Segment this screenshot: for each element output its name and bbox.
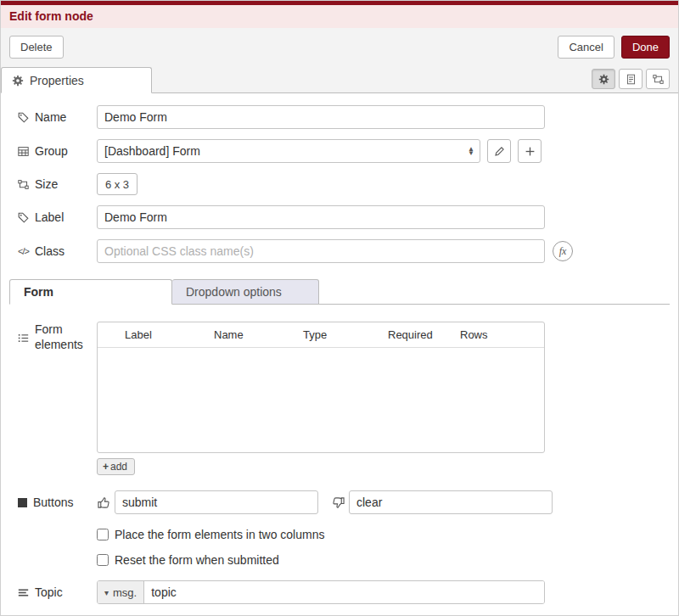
edit-group-button[interactable] — [487, 139, 511, 163]
pencil-icon — [494, 146, 505, 157]
size-label: Size — [18, 177, 97, 191]
buttons-label: Buttons — [18, 496, 97, 509]
topic-row: Topic ▾ msg. — [18, 580, 661, 604]
topic-typed-input: ▾ msg. — [97, 580, 545, 604]
properties-pane-button[interactable] — [592, 69, 615, 89]
doc-icon — [626, 74, 637, 85]
two-columns-checkbox[interactable] — [97, 529, 109, 540]
gear-icon — [598, 74, 609, 85]
select-arrows-icon: ▲▼ — [468, 147, 474, 155]
object-group-icon — [18, 179, 29, 190]
dialog-toolbar: Delete Cancel Done — [1, 28, 678, 66]
tab-right-buttons — [592, 69, 670, 92]
class-label: </> Class — [18, 244, 97, 258]
form-elements-header: Label Name Type Required Rows — [98, 322, 544, 348]
form-elements-list: Label Name Type Required Rows — [97, 322, 545, 453]
topic-type-label: msg. — [113, 586, 137, 599]
dialog-title: Edit form node — [9, 9, 93, 23]
tab-properties-label: Properties — [30, 74, 84, 87]
done-button[interactable]: Done — [621, 36, 670, 59]
add-group-button[interactable] — [518, 139, 542, 163]
subtab-dropdown-options[interactable]: Dropdown options — [172, 279, 319, 305]
code-icon: </> — [18, 246, 29, 256]
topic-type-button[interactable]: ▾ msg. — [98, 581, 144, 603]
buttons-row: Buttons — [18, 490, 661, 514]
tag-icon — [18, 112, 29, 123]
reset-form-label: Reset the form when submitted — [115, 553, 279, 567]
name-row: Name — [18, 105, 661, 129]
caret-down-icon: ▾ — [104, 588, 109, 597]
label-input[interactable] — [97, 205, 545, 229]
tag-icon — [18, 212, 29, 223]
size-row: Size 6 x 3 — [18, 173, 661, 195]
form-elements-empty-list — [98, 348, 544, 452]
label-label: Label — [18, 210, 97, 224]
reset-form-checkbox[interactable] — [97, 554, 109, 566]
square-icon — [18, 498, 27, 507]
two-columns-label: Place the form elements in two columns — [115, 528, 324, 541]
properties-panel: Name Group [Dashboard] Form ▲▼ — [1, 93, 678, 615]
description-pane-button[interactable] — [619, 69, 643, 89]
appearance-pane-button[interactable] — [646, 69, 670, 89]
dialog-header: Edit form node — [1, 1, 678, 28]
two-columns-option: Place the form elements in two columns — [97, 528, 661, 541]
appearance-icon — [653, 74, 664, 85]
edit-form-node-dialog: Edit form node Delete Cancel Done Proper… — [0, 0, 679, 616]
subtab-form[interactable]: Form — [9, 279, 172, 305]
add-element-button[interactable]: +add — [97, 458, 135, 475]
column-header: Label — [125, 328, 214, 341]
size-button[interactable]: 6 x 3 — [97, 173, 137, 195]
column-header: Rows — [460, 328, 511, 341]
class-row: </> Class fx — [18, 239, 661, 263]
topic-label: Topic — [18, 585, 97, 599]
gear-icon — [12, 75, 24, 87]
column-header: Required — [388, 328, 460, 341]
plus-icon: + — [103, 461, 109, 473]
list-icon — [18, 323, 29, 352]
thumbs-up-icon — [97, 496, 110, 509]
form-elements-label: Form elements — [18, 322, 97, 352]
delete-button[interactable]: Delete — [9, 36, 64, 59]
name-label: Name — [18, 110, 97, 124]
label-row: Label — [18, 205, 661, 229]
class-input[interactable] — [97, 239, 545, 263]
submit-button-label-input[interactable] — [115, 490, 318, 514]
column-header: Type — [303, 328, 388, 341]
tab-properties[interactable]: Properties — [1, 67, 152, 93]
clear-button-label-input[interactable] — [349, 490, 553, 514]
group-row: Group [Dashboard] Form ▲▼ — [18, 139, 661, 163]
form-elements-row: Form elements Label Name Type Required R… — [18, 322, 661, 453]
tab-bar: Properties — [1, 66, 678, 93]
tasks-icon — [18, 587, 29, 598]
column-header: Name — [214, 328, 303, 341]
fx-expand-button[interactable]: fx — [553, 241, 573, 261]
form-subtabs: Form Dropdown options — [9, 278, 670, 305]
topic-input[interactable] — [144, 581, 544, 603]
group-select[interactable]: [Dashboard] Form ▲▼ — [97, 139, 480, 163]
thumbs-down-icon — [331, 496, 345, 509]
reset-form-option: Reset the form when submitted — [97, 553, 661, 567]
cancel-button[interactable]: Cancel — [558, 36, 614, 59]
group-label: Group — [18, 144, 97, 158]
table-icon — [18, 146, 29, 157]
name-input[interactable] — [97, 105, 545, 129]
plus-icon — [525, 146, 536, 157]
